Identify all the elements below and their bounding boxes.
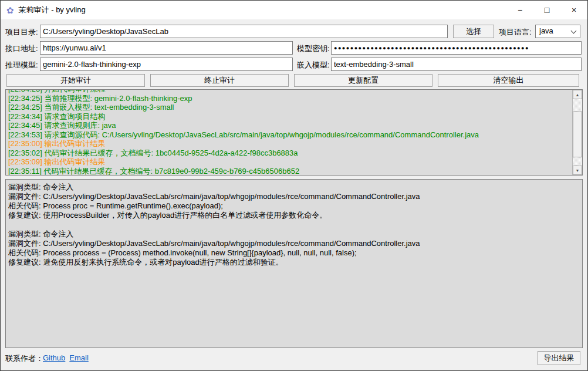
contact-label: 联系作者： — [5, 353, 43, 364]
scrollbar-thumb[interactable] — [573, 112, 582, 157]
maximize-button[interactable]: □ — [533, 1, 560, 19]
log-line: [22:34:25] 当前推理模型: gemini-2.0-flash-thin… — [8, 94, 572, 103]
maximize-icon: □ — [545, 5, 549, 15]
api-url-label: 接口地址: — [5, 43, 38, 54]
scrollbar-down-button[interactable]: ▼ — [573, 166, 582, 175]
reasoning-model-input[interactable] — [40, 58, 293, 71]
api-url-input[interactable] — [40, 41, 293, 55]
log-line: [22:34:25] 开始代码审计流程 — [8, 89, 572, 94]
link-email[interactable]: Email — [69, 353, 89, 362]
update-config-button[interactable]: 更新配置 — [294, 74, 432, 87]
log-line: [22:34:25] 当前嵌入模型: text-embedding-3-smal… — [8, 103, 572, 112]
audit-results[interactable]: 漏洞类型: 命令注入漏洞文件: C:/Users/yvling/Desktop/… — [5, 179, 583, 348]
result-line: 修复建议: 使用ProcessBuilder，对传入的payload进行严格的白… — [8, 211, 580, 220]
language-label: 项目语言: — [499, 27, 532, 38]
stop-audit-button[interactable]: 终止审计 — [150, 74, 289, 87]
close-icon: × — [572, 5, 576, 15]
api-key-input[interactable] — [331, 41, 582, 55]
close-button[interactable]: × — [560, 1, 587, 19]
minimize-icon: − — [518, 5, 522, 15]
result-line: 相关代码: Process process = (Process) method… — [8, 248, 580, 258]
language-select[interactable]: java — [535, 25, 580, 38]
title-bar: ✿ 茉莉审计 - by yvling − □ × — [1, 1, 587, 19]
embedding-model-input[interactable] — [331, 58, 582, 71]
app-flower-icon: ✿ — [6, 6, 14, 15]
result-line: 漏洞文件: C:/Users/yvling/Desktop/JavaSecLab… — [8, 239, 580, 248]
log-line: [22:35:00] 输出代码审计结果 — [8, 139, 572, 149]
result-spacer — [8, 220, 580, 230]
scrollbar-up-button[interactable]: ▲ — [573, 90, 582, 99]
result-line: 修复建议: 避免使用反射来执行系统命令，或者对payload进行严格的过滤和验证… — [8, 258, 580, 267]
result-line: 漏洞类型: 命令注入 — [8, 230, 580, 239]
scroll-up-icon: ▲ — [576, 93, 580, 97]
log-line: [22:35:11] 代码审计结果已缓存，文档编号: b7c819e0-99b2… — [8, 167, 572, 176]
scrollbar-track[interactable] — [573, 99, 582, 166]
scroll-down-icon: ▼ — [576, 168, 580, 173]
chevron-down-icon — [571, 28, 577, 34]
window-title: 茉莉审计 - by yvling — [19, 5, 86, 15]
window-controls: − □ × — [506, 1, 587, 19]
clear-output-button[interactable]: 清空输出 — [438, 74, 579, 87]
audit-log-content: [22:34:25] 开始代码审计流程[22:34:25] 当前推理模型: ge… — [8, 89, 572, 176]
result-line: 漏洞类型: 命令注入 — [8, 183, 580, 192]
audit-results-content: 漏洞类型: 命令注入漏洞文件: C:/Users/yvling/Desktop/… — [8, 183, 580, 267]
select-dir-button[interactable]: 选择 — [453, 25, 494, 38]
minimize-button[interactable]: − — [506, 1, 533, 19]
log-line: [22:34:45] 请求查询规则库: java — [8, 121, 572, 130]
log-scrollbar[interactable]: ▲ ▼ — [572, 90, 582, 175]
result-line: 相关代码: Process proc = Runtime.getRuntime(… — [8, 201, 580, 211]
embedding-model-label: 嵌入模型: — [297, 60, 330, 70]
audit-log[interactable]: [22:34:25] 开始代码审计流程[22:34:25] 当前推理模型: ge… — [5, 89, 583, 176]
log-line: [22:34:34] 请求查询项目结构 — [8, 112, 572, 122]
reasoning-model-label: 推理模型: — [5, 60, 38, 70]
log-line: [22:35:09] 输出代码审计结果 — [8, 157, 572, 167]
footer-links: GithubEmail — [43, 353, 89, 362]
start-audit-button[interactable]: 开始审计 — [6, 74, 145, 87]
api-key-label: 模型密钥: — [297, 43, 330, 54]
log-line: [22:35:02] 代码审计结果已缓存，文档编号: 1bc0445d-9525… — [8, 149, 572, 158]
export-results-button[interactable]: 导出结果 — [538, 351, 580, 365]
app-window: ✿ 茉莉审计 - by yvling − □ × 项目目录: 选择 项目语言: … — [0, 0, 588, 371]
link-github[interactable]: Github — [43, 353, 65, 362]
log-line: [22:34:53] 请求查询源代码: C:/Users/yvling/Desk… — [8, 130, 572, 140]
project-dir-label: 项目目录: — [5, 27, 38, 38]
language-selected-value: java — [539, 26, 553, 35]
result-line: 漏洞文件: C:/Users/yvling/Desktop/JavaSecLab… — [8, 192, 580, 201]
project-dir-input[interactable] — [40, 25, 448, 38]
